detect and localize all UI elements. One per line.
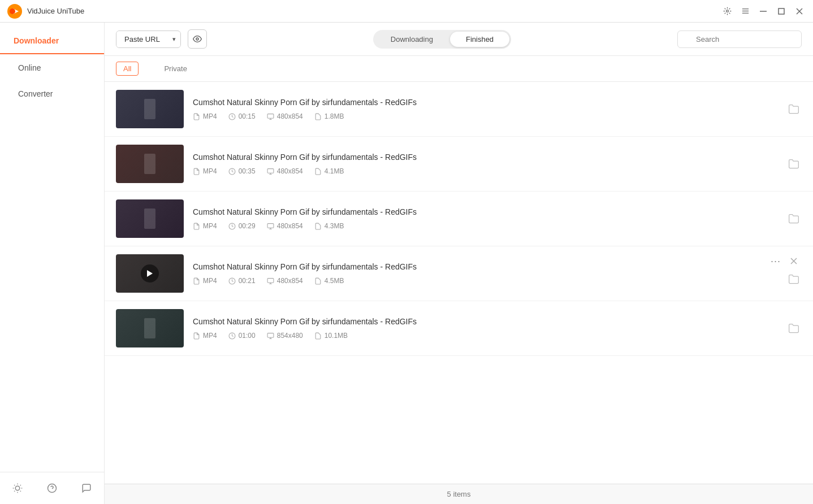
thumbnail-4 — [116, 254, 184, 293]
item-list: Cumshot Natural Skinny Porn Gif by sirfu… — [105, 82, 813, 484]
item-title-3: Cumshot Natural Skinny Porn Gif by sirfu… — [193, 207, 777, 216]
toolbar: Paste URL ▾ Downloading Finished — [105, 23, 813, 56]
filter-tab-private[interactable]: Private — [157, 62, 194, 76]
svg-rect-35 — [144, 208, 155, 229]
chat-icon — [81, 483, 92, 493]
folder-button-2[interactable] — [786, 156, 802, 172]
eye-icon — [193, 34, 202, 44]
resolution-tag-3: 480x854 — [267, 222, 303, 230]
toggle-tabs: Downloading Finished — [373, 30, 511, 49]
svg-point-22 — [196, 38, 198, 40]
file-icon — [193, 223, 200, 230]
menu-button[interactable] — [738, 5, 752, 18]
menu-icon — [741, 7, 750, 15]
tab-finished[interactable]: Finished — [450, 32, 509, 47]
item-meta-3: MP4 00:29 480x854 4.3MB — [193, 222, 777, 230]
sidebar-item-downloader[interactable]: Downloader — [0, 28, 104, 54]
item-info-2: Cumshot Natural Skinny Porn Gif by sirfu… — [184, 153, 786, 175]
item-info-4: Cumshot Natural Skinny Porn Gif by sirfu… — [184, 262, 786, 285]
folder-icon — [788, 103, 799, 115]
svg-line-19 — [20, 485, 20, 485]
sun-icon — [12, 483, 23, 493]
monitor-icon — [267, 277, 274, 285]
table-row: Cumshot Natural Skinny Porn Gif by sirfu… — [105, 246, 813, 301]
table-row: Cumshot Natural Skinny Porn Gif by sirfu… — [105, 137, 813, 192]
toolbar-left: Paste URL ▾ — [116, 29, 207, 49]
sidebar-bottom — [0, 472, 104, 504]
chat-icon-button[interactable] — [77, 479, 96, 497]
maximize-icon — [778, 8, 785, 15]
sidebar-item-converter[interactable]: Converter — [5, 81, 100, 106]
svg-point-11 — [15, 486, 20, 490]
maximize-button[interactable] — [775, 5, 788, 18]
folder-button-5[interactable] — [786, 320, 802, 336]
folder-button-1[interactable] — [786, 101, 802, 117]
duration-tag-1: 00:15 — [228, 112, 256, 120]
help-icon — [47, 483, 57, 493]
format-tag-2: MP4 — [193, 167, 217, 175]
file-icon — [193, 277, 200, 285]
play-button-4[interactable] — [141, 264, 159, 283]
item-actions-4 — [786, 271, 802, 287]
size-tag-3: 4.3MB — [314, 222, 344, 230]
theme-icon-button[interactable] — [8, 479, 27, 497]
title-bar-controls — [720, 5, 806, 18]
table-row: Cumshot Natural Skinny Porn Gif by sirfu… — [105, 82, 813, 137]
svg-rect-27 — [267, 114, 274, 118]
item-meta-2: MP4 00:35 480x854 4.1MB — [193, 167, 777, 175]
close-button[interactable] — [793, 5, 806, 18]
app-body: Downloader Online Converter — [0, 23, 813, 504]
duration-tag-2: 00:35 — [228, 167, 256, 175]
svg-rect-42 — [267, 278, 274, 283]
thumbnail-5 — [116, 309, 184, 347]
title-bar-left: VidJuice UniTube — [7, 3, 84, 19]
folder-button-3[interactable] — [786, 211, 802, 227]
item-actions-2 — [786, 156, 802, 172]
size-tag-5: 10.1MB — [314, 332, 348, 340]
filter-tabs: All Private — [105, 56, 813, 82]
more-options-button-4[interactable]: ··· — [768, 253, 784, 269]
help-icon-button[interactable] — [43, 479, 61, 497]
svg-rect-30 — [144, 154, 155, 174]
minimize-button[interactable] — [756, 5, 770, 18]
settings-button[interactable] — [720, 5, 734, 18]
x-icon — [790, 258, 797, 264]
resolution-tag-4: 480x854 — [267, 277, 303, 285]
item-meta-5: MP4 01:00 854x480 10.1MB — [193, 332, 777, 340]
thumbnail-3 — [116, 199, 184, 238]
svg-line-15 — [20, 491, 20, 492]
svg-line-14 — [14, 485, 15, 485]
resolution-tag-5: 854x480 — [267, 332, 303, 340]
paste-url-button[interactable]: Paste URL ▾ — [116, 31, 181, 48]
filter-tab-all[interactable]: All — [116, 62, 139, 76]
thumbnail-2 — [116, 145, 184, 183]
paste-url-dropdown[interactable]: ▾ — [168, 32, 180, 47]
sidebar: Downloader Online Converter — [0, 23, 105, 504]
item-title-1: Cumshot Natural Skinny Porn Gif by sirfu… — [193, 98, 777, 107]
sidebar-item-online[interactable]: Online — [5, 55, 100, 80]
folder-button-4[interactable] — [786, 271, 802, 287]
file-icon — [193, 113, 200, 120]
format-tag-1: MP4 — [193, 112, 217, 120]
clock-icon — [228, 223, 236, 230]
item-info-3: Cumshot Natural Skinny Porn Gif by sirfu… — [184, 207, 786, 230]
close-button-4[interactable] — [786, 253, 802, 269]
monitor-icon — [267, 168, 274, 175]
svg-rect-32 — [267, 168, 274, 173]
filesize-icon — [314, 113, 322, 120]
thumbnail-1 — [116, 90, 184, 128]
folder-icon — [788, 213, 799, 224]
app-title: VidJuice UniTube — [27, 7, 84, 15]
paste-url-main[interactable]: Paste URL — [116, 31, 168, 47]
search-input[interactable] — [677, 31, 802, 48]
tab-downloading[interactable]: Downloading — [375, 32, 449, 47]
duration-tag-4: 00:21 — [228, 277, 256, 285]
watch-button[interactable] — [188, 29, 207, 49]
svg-rect-37 — [267, 223, 274, 228]
gear-icon — [723, 7, 732, 15]
sidebar-nav: Downloader Online Converter — [0, 23, 104, 472]
filesize-icon — [314, 277, 322, 285]
svg-rect-49 — [267, 333, 274, 337]
clock-icon — [228, 168, 236, 175]
app-logo — [7, 3, 23, 19]
